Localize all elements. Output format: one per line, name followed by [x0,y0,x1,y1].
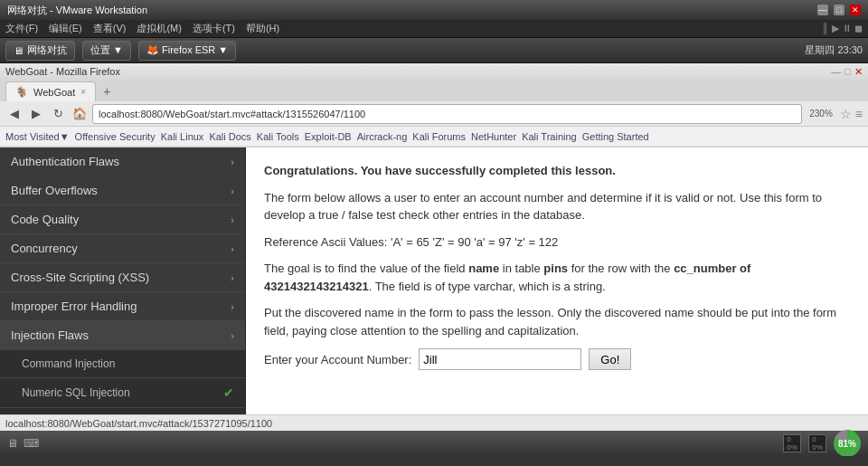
ff-tab-webgoat[interactable]: 🐐 WebGoat × [5,81,96,101]
sidebar-item-buffer-overflows[interactable]: Buffer Overflows › [0,176,245,205]
bm-offensive[interactable]: Offensive Security [75,131,156,142]
clock: 星期四 23:30 [805,43,863,57]
sidebar-item-injection-flaws[interactable]: Injection Flaws › [0,321,245,350]
bm-kali-forums[interactable]: Kali Forums [412,131,466,142]
chevron-icon-auth: › [231,157,234,167]
go-button[interactable]: Go! [589,348,631,370]
sidebar-item-concurrency[interactable]: Concurrency › [0,234,245,263]
app-label: 网络对抗 [27,43,67,57]
tray-mini-box-1: 00% [783,434,801,452]
os-titlebar-left: 网络对抗 - VMware Workstation [7,4,147,17]
vmware-menubar: 文件(F) 编辑(E) 查看(V) 虚拟机(M) 选项卡(T) 帮助(H) ║ … [0,20,868,38]
enter-row: Enter your Account Number: Go! [264,348,850,370]
paragraph-3: The goal is to find the value of the fie… [264,260,850,295]
sidebar-item-code-quality[interactable]: Code Quality › [0,205,245,234]
close-button[interactable]: ✕ [850,5,861,15]
bm-nethunter[interactable]: NetHunter [471,131,516,142]
bm-aircrack[interactable]: Aircrack-ng [357,131,408,142]
location-button[interactable]: 位置 ▼ [82,41,131,61]
ff-min[interactable]: — [831,66,841,78]
menu-view[interactable]: 查看(V) [93,22,127,35]
sidebar-item-command-injection[interactable]: Command Injection [0,350,245,378]
ff-bookmarks: Most Visited▼ Offensive Security Kali Li… [0,127,868,147]
os-titlebar-right: — □ ✕ [817,5,861,15]
ff-tab-close[interactable]: × [80,87,86,97]
sidebar-label-injection: Injection Flaws [11,328,89,342]
ff-titlebar: WebGoat - Mozilla Firefox — □ ✕ [0,63,868,80]
para3-field: name [468,262,499,275]
sidebar-label-concurrency: Concurrency [11,242,78,255]
maximize-button[interactable]: □ [834,5,844,15]
bm-kali-docs[interactable]: Kali Docs [209,131,250,142]
bm-getting-started[interactable]: Getting Started [582,131,649,142]
sidebar-label-code: Code Quality [11,213,79,226]
ff-title: WebGoat - Mozilla Firefox [5,66,120,77]
ff-new-tab[interactable]: + [96,81,118,101]
chevron-icon-buffer: › [231,185,234,196]
reference-ascii: Reference Ascii Values: 'A' = 65 'Z' = 9… [264,233,850,252]
para3-col: cc_number [674,262,736,275]
menu-file[interactable]: 文件(F) [5,22,38,35]
bm-kali-linux[interactable]: Kali Linux [161,131,204,142]
chevron-icon-code: › [231,214,234,225]
sidebar-label-numeric-sql: Numeric SQL Injection [22,386,130,399]
sidebar-item-log-spoofing[interactable]: Log Spoofing ✔ [0,408,245,414]
paragraph-4: Put the discovered name in the form to p… [264,304,850,339]
ff-reload[interactable]: ↻ [49,105,67,123]
menu-vm[interactable]: 虚拟机(M) [137,22,182,35]
ff-bookmark-star[interactable]: ☆ [840,107,852,121]
status-url: localhost:8080/WebGoat/start.mvc#attack/… [5,418,272,429]
enter-label: Enter your Account Number: [264,353,411,366]
main-area: Authentication Flaws › Buffer Overflows … [0,147,868,414]
firefox-chrome: WebGoat - Mozilla Firefox — □ ✕ 🐐 WebGoa… [0,63,868,147]
browser-button[interactable]: 🦊 Firefox ESR ▼ [138,41,236,61]
menu-tab[interactable]: 选项卡(T) [193,22,235,35]
sidebar-item-numeric-sql[interactable]: Numeric SQL Injection ✔ [0,378,245,408]
browser-label: 🦊 Firefox ESR ▼ [146,44,228,56]
ff-tab-favicon: 🐐 [15,86,28,98]
ff-zoom: 230% [806,109,836,119]
minimize-button[interactable]: — [817,5,828,15]
sidebar-item-error-handling[interactable]: Improper Error Handling › [0,292,245,321]
app-button[interactable]: 🖥 网络对抗 [5,41,75,61]
ff-home[interactable]: 🏠 [71,105,89,123]
chevron-icon-xss: › [231,272,234,283]
tray-mini-box-2: 00% [808,434,826,452]
sidebar-item-xss[interactable]: Cross-Site Scripting (XSS) › [0,263,245,292]
tray-percent-circle: 81% [834,430,861,456]
ff-close[interactable]: ✕ [854,66,863,78]
menu-help[interactable]: 帮助(H) [246,22,279,35]
bm-exploit-db[interactable]: Exploit-DB [305,131,352,142]
account-number-input[interactable] [419,348,581,370]
statusbar: localhost:8080/WebGoat/start.mvc#attack/… [0,414,868,431]
location-label: 位置 ▼ [90,43,123,57]
sidebar-item-auth-flaws[interactable]: Authentication Flaws › [0,147,245,176]
sidebar-label-command: Command Injection [22,357,115,370]
sidebar-label-xss: Cross-Site Scripting (XSS) [11,271,149,284]
os-app-title: 网络对抗 - VMware Workstation [7,4,147,17]
app-icon: 🖥 [14,45,24,56]
chevron-icon-concurrency: › [231,243,234,254]
para3-tail: . The field is of type varchar, which is… [369,280,606,293]
content-area: Congratulations. You have successfully c… [246,147,868,414]
tray-icon-1: 🖥 [7,437,18,450]
chevron-icon-error: › [231,301,234,312]
ff-back[interactable]: ◀ [5,105,24,123]
os-titlebar: 网络对抗 - VMware Workstation — □ ✕ [0,0,868,20]
para3-table: pins [543,262,568,275]
success-message: Congratulations. You have successfully c… [264,162,850,180]
sidebar-label-auth-flaws: Authentication Flaws [11,155,119,168]
bm-kali-tools[interactable]: Kali Tools [257,131,299,142]
tray-right: 00% 00% 81% [783,430,861,456]
chevron-icon-injection: › [231,330,234,341]
ff-max[interactable]: □ [844,66,851,78]
vmware-controls: ║ ▶ ⏸ ◼ [822,23,863,34]
ff-forward[interactable]: ▶ [27,105,45,123]
ff-urlbar[interactable] [92,104,802,124]
bm-most-visited[interactable]: Most Visited▼ [5,131,70,142]
ff-tab-label: WebGoat [33,87,75,98]
menu-edit[interactable]: 编辑(E) [49,22,82,35]
inner-taskbar: 🖥 网络对抗 位置 ▼ 🦊 Firefox ESR ▼ 星期四 23:30 [0,38,868,63]
ff-menu-icon[interactable]: ≡ [855,107,863,121]
bm-kali-training[interactable]: Kali Training [522,131,577,142]
